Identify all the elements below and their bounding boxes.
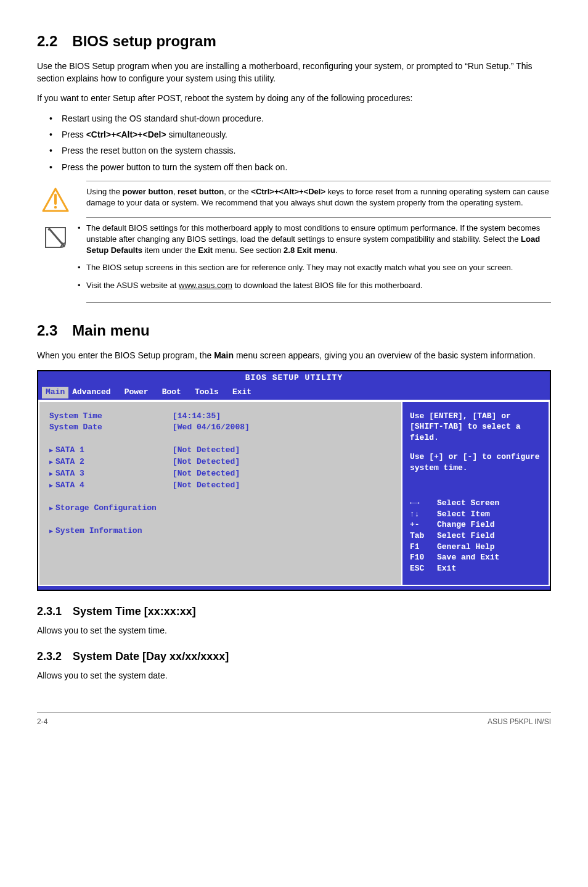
note-icon <box>37 223 74 251</box>
bios-help1: Use [ENTER], [TAB] or [SHIFT-TAB] to sel… <box>410 411 541 444</box>
bios-storage-config[interactable]: Storage Configuration <box>49 503 173 514</box>
key-tab-desc: Select Field <box>437 530 495 542</box>
bios-key-legend: ←→Select Screen ↑↓Select Item +-Change F… <box>410 498 541 574</box>
bios-screenshot: BIOS SETUP UTILITY Main Advanced Power B… <box>37 370 551 591</box>
bios-sata1-value: [Not Detected] <box>173 445 240 456</box>
note-callout: The default BIOS settings for this mothe… <box>86 218 551 303</box>
note-text: The default BIOS settings for this mothe… <box>74 223 551 297</box>
bios-date-label: System Date <box>49 422 173 434</box>
n1-pre: The default BIOS settings for this mothe… <box>86 223 540 244</box>
bullet-22-2-pre: Press <box>62 130 86 139</box>
key-ud: ↑↓ <box>410 509 437 520</box>
bios-left-pane: System Time [14:14:35] System Date [Wed … <box>38 401 402 587</box>
key-ud-desc: Select Item <box>437 509 490 520</box>
heading-2-3: 2.3 Main menu <box>37 320 551 342</box>
page-footer: 2-4 ASUS P5KPL IN/SI <box>37 712 551 727</box>
bios-date-value[interactable]: [Wed 04/16/2008] <box>173 422 250 434</box>
heading-2-2: 2.2 BIOS setup program <box>37 31 551 52</box>
bios-tab-exit[interactable]: Exit <box>229 387 261 398</box>
bios-tab-advanced[interactable]: Advanced <box>68 387 120 398</box>
key-pm: +- <box>410 519 437 530</box>
key-lr-desc: Select Screen <box>437 498 499 509</box>
bios-help2: Use [+] or [-] to configure system time. <box>410 452 541 473</box>
key-f10: F10 <box>410 552 437 563</box>
bios-sata2-value: [Not Detected] <box>173 456 240 468</box>
bios-sata3-value: [Not Detected] <box>173 468 240 480</box>
heading-2-3-1: 2.3.1 System Time [xx:xx:xx] <box>37 603 551 619</box>
key-f1: F1 <box>410 542 437 553</box>
n3-link: www.asus.com <box>179 281 232 290</box>
bios-system-info[interactable]: System Information <box>49 526 173 537</box>
warning-callout: Using the power button, reset button, or… <box>86 181 551 218</box>
bullet-22-2-post: simultaneously. <box>166 130 227 139</box>
key-esc: ESC <box>410 563 437 574</box>
heading-2-3-2: 2.3.2 System Date [Day xx/xx/xxxx] <box>37 648 551 664</box>
n3-post: to download the latest BIOS file for thi… <box>232 281 423 290</box>
para-22-1: Use the BIOS Setup program when you are … <box>37 60 551 85</box>
bios-tab-tools[interactable]: Tools <box>191 387 229 398</box>
p23-post: menu screen appears, giving you an overv… <box>234 350 535 360</box>
para-231: Allows you to set the system time. <box>37 624 551 637</box>
para-23-1: When you enter the BIOS Setup program, t… <box>37 349 551 361</box>
n1-b3: 2.8 Exit menu <box>284 245 335 255</box>
footer-page-number: 2-4 <box>37 717 47 727</box>
note-item-2: The BIOS setup screens in this section a… <box>86 262 551 273</box>
bios-tabbar: Main Advanced Power Boot Tools Exit <box>38 386 550 400</box>
note-item-3: Visit the ASUS website at www.asus.com t… <box>86 280 551 291</box>
key-pm-desc: Change Field <box>437 519 495 530</box>
bios-footer-bar <box>38 586 550 590</box>
n1-post: . <box>335 245 338 255</box>
warn-b2: reset button <box>178 187 224 196</box>
bios-sata4-label[interactable]: SATA 4 <box>49 480 173 492</box>
para-22-2: If you want to enter Setup after POST, r… <box>37 92 551 104</box>
p23-pre: When you enter the BIOS Setup program, t… <box>37 350 214 360</box>
bullet-22-4: Press the power button to turn the syste… <box>62 161 551 173</box>
bullet-list-22: Restart using the OS standard shut-down … <box>62 112 551 173</box>
warn-b3: <Ctrl>+<Alt>+<Del> <box>251 187 325 196</box>
key-esc-desc: Exit <box>437 563 456 574</box>
key-f1-desc: General Help <box>437 542 495 553</box>
footer-product: ASUS P5KPL IN/SI <box>488 717 551 727</box>
n1-mid2: menu. See section <box>213 245 284 255</box>
warning-text: Using the power button, reset button, or… <box>74 186 551 208</box>
bullet-22-3: Press the reset button on the system cha… <box>62 144 551 157</box>
bios-time-value[interactable]: [14:14:35] <box>173 411 221 423</box>
bios-time-label: System Time <box>49 411 173 423</box>
svg-point-2 <box>54 206 57 208</box>
warn-b1: power button <box>123 187 173 196</box>
warn-pre: Using the <box>86 187 123 196</box>
key-f10-desc: Save and Exit <box>437 552 499 563</box>
bios-tab-main[interactable]: Main <box>42 387 68 398</box>
bios-sata4-value: [Not Detected] <box>173 480 240 492</box>
bios-tab-power[interactable]: Power <box>121 387 158 398</box>
bios-sata3-label[interactable]: SATA 3 <box>49 468 173 480</box>
n3-pre: Visit the ASUS website at <box>86 281 179 290</box>
bios-title: BIOS SETUP UTILITY <box>38 371 550 386</box>
note-item-1: The default BIOS settings for this mothe… <box>86 223 551 257</box>
warn-mid2: , or the <box>224 187 251 196</box>
bios-sata1-label[interactable]: SATA 1 <box>49 445 173 456</box>
key-lr: ←→ <box>410 498 437 509</box>
para-232: Allows you to set the system date. <box>37 669 551 682</box>
p23-b: Main <box>214 350 234 360</box>
bullet-22-1: Restart using the OS standard shut-down … <box>62 112 551 125</box>
key-tab: Tab <box>410 530 437 542</box>
bios-tab-boot[interactable]: Boot <box>158 387 191 398</box>
n1-b2: Exit <box>198 245 213 255</box>
bullet-22-2-bold: <Ctrl>+<Alt>+<Del> <box>86 130 166 139</box>
n1-mid: item under the <box>142 245 198 255</box>
bios-right-pane: Use [ENTER], [TAB] or [SHIFT-TAB] to sel… <box>402 401 550 587</box>
bios-sata2-label[interactable]: SATA 2 <box>49 456 173 468</box>
bullet-22-2: Press <Ctrl>+<Alt>+<Del> simultaneously. <box>62 128 551 141</box>
warning-icon <box>37 186 74 212</box>
